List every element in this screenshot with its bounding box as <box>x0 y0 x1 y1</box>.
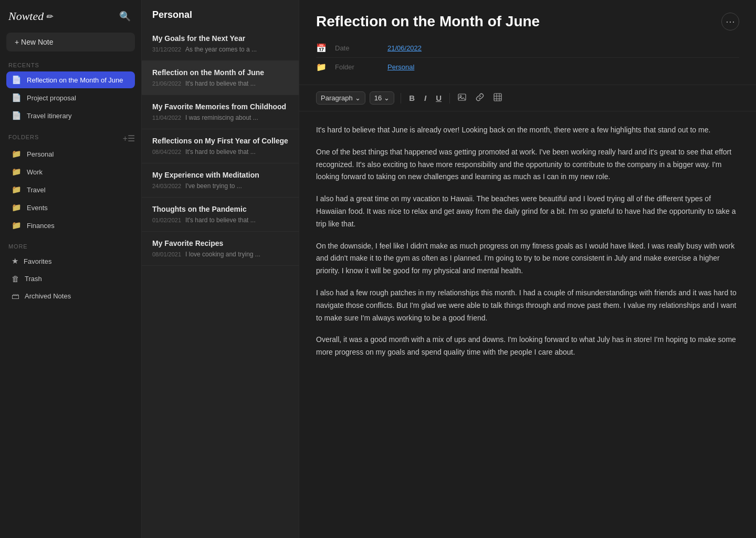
svg-point-1 <box>460 96 461 97</box>
image-button[interactable] <box>454 90 470 106</box>
folder-label: Personal <box>27 150 54 158</box>
more-section: More ★ Favorites🗑 Trash🗃 Archived Notes <box>6 243 135 305</box>
recents-section: Recents 📄 Reflection on the Month of Jun… <box>6 62 135 125</box>
note-card-college[interactable]: Reflections on My First Year of College … <box>142 129 299 163</box>
note-card-preview: I've been trying to ... <box>185 182 242 190</box>
folders-section: Folders +☰ 📁 Personal📁 Work📁 Travel📁 Eve… <box>6 133 135 235</box>
folder-icon: 📁 <box>12 167 22 177</box>
calendar-icon: 📅 <box>316 43 335 53</box>
bold-button[interactable]: B <box>405 91 418 105</box>
editor-paragraph-3: On the downside, I feel like I didn't ma… <box>316 240 739 277</box>
sidebar-more-favorites[interactable]: ★ Favorites <box>6 253 135 270</box>
note-card-recipes[interactable]: My Favorite Recipes 08/01/2021 I love co… <box>142 232 299 266</box>
document-icon: 📄 <box>12 111 22 120</box>
folder-label: Events <box>27 204 48 212</box>
note-card-preview: I love cooking and trying ... <box>185 251 260 258</box>
date-meta-row: 📅 Date 21/06/2022 <box>316 39 739 58</box>
note-card-goals[interactable]: My Goals for the Next Year 31/12/2022 As… <box>142 27 299 61</box>
italic-label: I <box>424 94 426 102</box>
sidebar-folder-work[interactable]: 📁 Work <box>6 163 135 180</box>
note-card-title: Thoughts on the Pandemic <box>152 205 288 213</box>
note-card-title: My Favorite Recipes <box>152 239 288 247</box>
sidebar-recent-reflection[interactable]: 📄 Reflection on the Month of June <box>6 71 135 88</box>
note-card-date: 08/01/2021 <box>152 251 181 257</box>
trash-icon: 🗑 <box>12 274 19 283</box>
sidebar-more-trash[interactable]: 🗑 Trash <box>6 271 135 287</box>
sidebar: Nowted ✏ 🔍 + New Note Recents 📄 Reflecti… <box>0 0 142 538</box>
note-card-title: My Goals for the Next Year <box>152 34 288 43</box>
folder-label: Folder <box>335 63 387 71</box>
note-card-pandemic[interactable]: Thoughts on the Pandemic 01/02/2021 It's… <box>142 198 299 232</box>
folder-label: Travel <box>27 186 46 194</box>
underline-button[interactable]: U <box>432 91 445 105</box>
folder-icon: 📁 <box>12 149 22 159</box>
note-card-preview: I was reminiscing about ... <box>185 114 258 121</box>
note-card-title: My Experience with Meditation <box>152 171 288 179</box>
folders-label: Folders <box>6 134 41 140</box>
note-card-preview: It's hard to believe that ... <box>185 80 256 87</box>
folders-list: 📁 Personal📁 Work📁 Travel📁 Events📁 Financ… <box>6 146 135 234</box>
date-value[interactable]: 21/06/2022 <box>387 44 422 52</box>
folder-icon: 📁 <box>316 62 335 72</box>
note-card-title: Reflections on My First Year of College <box>152 137 288 145</box>
recents-list: 📄 Reflection on the Month of June📄 Proje… <box>6 71 135 124</box>
editor-paragraph-1: One of the best things that happened was… <box>316 146 739 183</box>
sidebar-more-archived[interactable]: 🗃 Archived Notes <box>6 288 135 304</box>
table-button[interactable] <box>490 90 506 106</box>
note-card-title: Reflection on the Month of June <box>152 68 288 77</box>
more-label: More <box>6 243 135 250</box>
paragraph-label: Paragraph <box>321 94 353 102</box>
favorites-icon: ★ <box>12 256 18 266</box>
italic-button[interactable]: I <box>421 91 430 105</box>
sidebar-recent-travel[interactable]: 📄 Travel itinerary <box>6 107 135 124</box>
note-card-meditation[interactable]: My Experience with Meditation 24/03/2022… <box>142 163 299 198</box>
new-note-button[interactable]: + New Note <box>6 33 135 51</box>
more-item-label: Trash <box>25 275 42 283</box>
note-card-meta: 21/06/2022 It's hard to believe that ... <box>152 80 288 87</box>
note-card-meta: 24/03/2022 I've been trying to ... <box>152 182 288 190</box>
note-card-preview: It's hard to believe that ... <box>185 216 256 224</box>
recents-label: Recents <box>6 62 135 68</box>
sidebar-folder-events[interactable]: 📁 Events <box>6 199 135 216</box>
sidebar-recent-project[interactable]: 📄 Project proposal <box>6 89 135 106</box>
sidebar-folder-finances[interactable]: 📁 Finances <box>6 217 135 234</box>
sidebar-header: Nowted ✏ 🔍 <box>6 8 135 24</box>
add-folder-button[interactable]: +☰ <box>123 133 135 143</box>
note-card-preview: It's hard to believe that ... <box>185 148 256 156</box>
more-item-label: Favorites <box>24 257 51 265</box>
logo-pencil-icon: ✏ <box>46 12 52 22</box>
note-card-date: 24/03/2022 <box>152 183 181 189</box>
font-size-chevron-icon: ⌄ <box>384 94 390 102</box>
folder-value[interactable]: Personal <box>387 63 414 71</box>
editor-title-row: Reflection on the Month of June ⋯ <box>316 13 739 30</box>
link-button[interactable] <box>472 90 488 106</box>
note-card-meta: 11/04/2022 I was reminiscing about ... <box>152 114 288 121</box>
notes-list: My Goals for the Next Year 31/12/2022 As… <box>142 27 299 266</box>
new-note-label: + New Note <box>15 38 54 46</box>
document-icon: 📄 <box>12 75 22 85</box>
folder-label: Finances <box>27 222 55 230</box>
note-card-memories[interactable]: My Favorite Memories from Childhood 11/0… <box>142 95 299 129</box>
editor-paragraph-5: Overall, it was a good month with a mix … <box>316 334 739 359</box>
more-list: ★ Favorites🗑 Trash🗃 Archived Notes <box>6 253 135 304</box>
sidebar-folder-travel[interactable]: 📁 Travel <box>6 181 135 198</box>
paragraph-select[interactable]: Paragraph ⌄ <box>316 91 365 105</box>
note-card-reflection[interactable]: Reflection on the Month of June 21/06/20… <box>142 61 299 95</box>
font-size-select[interactable]: 16 ⌄ <box>370 91 394 105</box>
recent-label: Project proposal <box>27 94 76 102</box>
svg-rect-2 <box>494 94 501 101</box>
note-card-title: My Favorite Memories from Childhood <box>152 102 288 111</box>
note-list-panel: Personal My Goals for the Next Year 31/1… <box>142 0 299 538</box>
editor-meta: 📅 Date 21/06/2022 📁 Folder Personal <box>316 39 739 76</box>
note-card-date: 11/04/2022 <box>152 115 181 121</box>
note-list-header: Personal <box>142 0 299 27</box>
note-card-meta: 01/02/2021 It's hard to believe that ... <box>152 216 288 224</box>
editor-more-button[interactable]: ⋯ <box>721 13 739 30</box>
note-card-date: 21/06/2022 <box>152 80 181 87</box>
folder-icon: 📁 <box>12 203 22 212</box>
sidebar-folder-personal[interactable]: 📁 Personal <box>6 146 135 162</box>
folders-section-header: Folders +☰ <box>6 133 135 143</box>
note-card-date: 31/12/2022 <box>152 46 181 53</box>
note-card-meta: 08/04/2022 It's hard to believe that ... <box>152 148 288 156</box>
search-button[interactable]: 🔍 <box>117 8 133 24</box>
